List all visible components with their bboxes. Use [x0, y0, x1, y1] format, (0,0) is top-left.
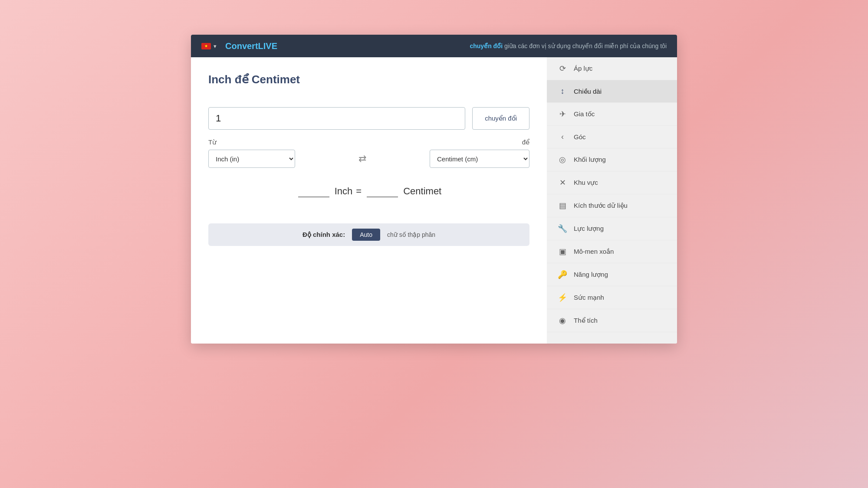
sidebar-label-the-tich: Thể tích	[574, 317, 598, 324]
converter-input-row: chuyển đổi	[208, 107, 529, 130]
area-icon: ✕	[557, 178, 568, 187]
torque-icon: ▣	[557, 247, 568, 256]
mass-icon: ◎	[557, 155, 568, 164]
power-icon: ⚡	[557, 293, 568, 302]
accuracy-decimal-button[interactable]: chữ số thập phân	[387, 231, 435, 238]
navbar-tagline: chuyển đổi giữa các đơn vị sử dụng chuyể…	[470, 43, 667, 49]
accuracy-auto-button[interactable]: Auto	[352, 229, 380, 241]
content-area: Inch để Centimet chuyển đổi Từ để Inch (…	[191, 57, 547, 344]
energy-icon: 🔑	[557, 270, 568, 279]
from-unit-select[interactable]: Inch (in)	[208, 150, 295, 168]
unit-labels-row: Từ để	[208, 138, 529, 146]
unit-selectors-row: Inch (in) ⇄ Centimet (cm)	[208, 150, 529, 168]
value-input[interactable]	[208, 107, 465, 130]
angle-icon: ‹	[557, 132, 568, 141]
sidebar-item-gia-toc[interactable]: ✈ Gia tốc	[547, 103, 677, 126]
flag-vn-icon	[201, 43, 211, 49]
from-label: Từ	[208, 138, 217, 146]
sidebar-label-khoi-luong: Khối lượng	[574, 156, 606, 164]
acceleration-icon: ✈	[557, 109, 568, 119]
formula-from-value	[298, 185, 329, 197]
accuracy-bar: Độ chính xác: Auto chữ số thập phân	[208, 223, 529, 246]
language-dropdown-arrow: ▾	[214, 43, 217, 49]
sidebar-label-nang-luong: Năng lượng	[574, 271, 608, 278]
main-layout: Inch để Centimet chuyển đổi Từ để Inch (…	[191, 57, 677, 344]
sidebar-item-suc-manh[interactable]: ⚡ Sức mạnh	[547, 286, 677, 309]
length-icon: ↕	[557, 87, 568, 96]
sidebar-item-nang-luong[interactable]: 🔑 Năng lượng	[547, 263, 677, 286]
sidebar: ⟳ Áp lực ↕ Chiều dài ✈ Gia tốc ‹ Góc ◎ K…	[547, 57, 677, 344]
to-unit-select[interactable]: Centimet (cm)	[430, 150, 529, 168]
sidebar-label-ap-luc: Áp lực	[574, 65, 592, 72]
sidebar-item-goc[interactable]: ‹ Góc	[547, 126, 677, 148]
formula-display: Inch = Centimet	[208, 185, 529, 197]
formula-equals: =	[356, 186, 362, 197]
sidebar-item-the-tich[interactable]: ◉ Thể tích	[547, 309, 677, 332]
formula-to-value	[367, 185, 398, 197]
site-logo: ConvertLIVE	[225, 41, 277, 51]
sidebar-label-luc-luong: Lực lượng	[574, 225, 604, 233]
formula-to-unit: Centimet	[403, 186, 441, 197]
sidebar-item-luc-luong[interactable]: 🔧 Lực lượng	[547, 217, 677, 240]
sidebar-label-khu-vuc: Khu vực	[574, 179, 598, 187]
browser-window: ▾ ConvertLIVE chuyển đổi giữa các đơn vị…	[191, 35, 677, 344]
sidebar-item-ap-luc[interactable]: ⟳ Áp lực	[547, 57, 677, 80]
force-icon: 🔧	[557, 224, 568, 233]
datasize-icon: ▤	[557, 201, 568, 210]
sidebar-item-mo-men-xoan[interactable]: ▣ Mô-men xoắn	[547, 240, 677, 263]
volume-icon: ◉	[557, 316, 568, 325]
sidebar-label-mo-men-xoan: Mô-men xoắn	[574, 248, 614, 255]
formula-from-unit: Inch	[335, 186, 353, 197]
language-selector[interactable]: ▾	[201, 43, 217, 49]
sidebar-item-khoi-luong[interactable]: ◎ Khối lượng	[547, 148, 677, 171]
convert-button[interactable]: chuyển đổi	[472, 107, 529, 130]
sidebar-label-kich-thuoc-du-lieu: Kích thước dữ liệu	[574, 202, 628, 210]
sidebar-item-chieu-dai[interactable]: ↕ Chiều dài	[547, 80, 677, 103]
swap-icon: ⇄	[358, 153, 366, 164]
sidebar-label-chieu-dai: Chiều dài	[574, 88, 602, 95]
sidebar-label-gia-toc: Gia tốc	[574, 110, 595, 118]
sidebar-item-kich-thuoc-du-lieu[interactable]: ▤ Kích thước dữ liệu	[547, 194, 677, 217]
pressure-icon: ⟳	[557, 64, 568, 73]
sidebar-label-suc-manh: Sức mạnh	[574, 294, 604, 301]
swap-button[interactable]: ⇄	[295, 153, 430, 164]
accuracy-label: Độ chính xác:	[302, 231, 345, 239]
sidebar-label-goc: Góc	[574, 133, 586, 141]
sidebar-item-khu-vuc[interactable]: ✕ Khu vực	[547, 171, 677, 194]
to-label: để	[522, 138, 529, 146]
page-title: Inch để Centimet	[208, 73, 529, 86]
navbar: ▾ ConvertLIVE chuyển đổi giữa các đơn vị…	[191, 35, 677, 57]
